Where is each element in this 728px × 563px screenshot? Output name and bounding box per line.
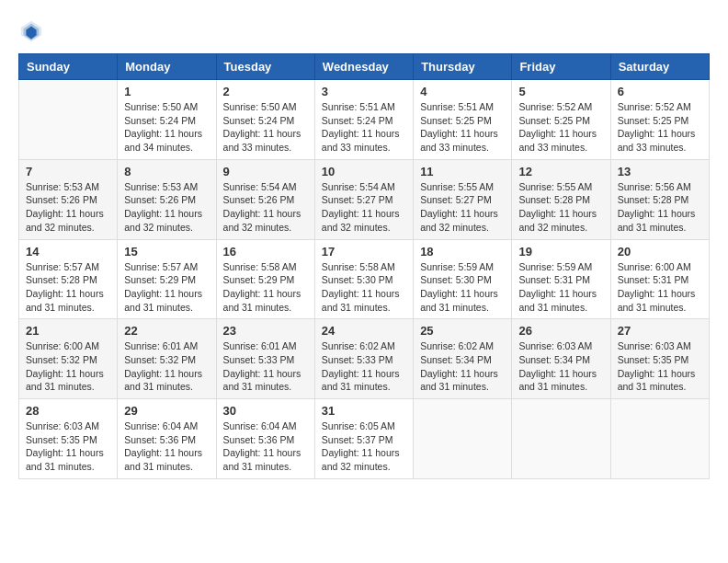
day-info: Sunrise: 6:05 AM Sunset: 5:37 PM Dayligh…	[322, 419, 406, 474]
day-number: 23	[223, 324, 308, 338]
calendar-cell	[512, 399, 610, 479]
calendar-cell: 8Sunrise: 5:53 AM Sunset: 5:26 PM Daylig…	[118, 159, 216, 239]
calendar-cell: 27Sunrise: 6:03 AM Sunset: 5:35 PM Dayli…	[610, 319, 709, 399]
day-info: Sunrise: 5:57 AM Sunset: 5:28 PM Dayligh…	[26, 260, 110, 315]
day-number: 5	[518, 85, 603, 98]
day-number: 2	[223, 85, 308, 98]
calendar-week-4: 21Sunrise: 6:00 AM Sunset: 5:32 PM Dayli…	[19, 319, 710, 399]
calendar-cell: 17Sunrise: 5:58 AM Sunset: 5:30 PM Dayli…	[314, 239, 413, 319]
day-info: Sunrise: 5:52 AM Sunset: 5:25 PM Dayligh…	[518, 100, 603, 155]
day-info: Sunrise: 5:54 AM Sunset: 5:27 PM Dayligh…	[322, 180, 406, 235]
calendar-cell: 26Sunrise: 6:03 AM Sunset: 5:34 PM Dayli…	[512, 319, 610, 399]
day-number: 26	[518, 324, 603, 338]
logo-icon	[18, 18, 44, 44]
day-info: Sunrise: 5:51 AM Sunset: 5:24 PM Dayligh…	[322, 100, 406, 155]
day-number: 21	[26, 324, 110, 338]
day-info: Sunrise: 6:00 AM Sunset: 5:32 PM Dayligh…	[26, 339, 110, 394]
calendar-week-3: 14Sunrise: 5:57 AM Sunset: 5:28 PM Dayli…	[19, 239, 710, 319]
calendar-week-5: 28Sunrise: 6:03 AM Sunset: 5:35 PM Dayli…	[19, 399, 710, 479]
day-info: Sunrise: 5:51 AM Sunset: 5:25 PM Dayligh…	[420, 100, 505, 155]
calendar-cell: 5Sunrise: 5:52 AM Sunset: 5:25 PM Daylig…	[512, 80, 610, 160]
day-info: Sunrise: 6:03 AM Sunset: 5:35 PM Dayligh…	[618, 339, 702, 394]
day-number: 24	[322, 324, 406, 338]
header-saturday: Saturday	[610, 54, 709, 80]
calendar-cell: 16Sunrise: 5:58 AM Sunset: 5:29 PM Dayli…	[216, 239, 314, 319]
day-info: Sunrise: 5:55 AM Sunset: 5:27 PM Dayligh…	[420, 180, 505, 235]
calendar-cell: 31Sunrise: 6:05 AM Sunset: 5:37 PM Dayli…	[314, 399, 413, 479]
header-friday: Friday	[512, 54, 610, 80]
day-number: 18	[420, 245, 505, 259]
calendar-cell: 18Sunrise: 5:59 AM Sunset: 5:30 PM Dayli…	[414, 239, 512, 319]
day-number: 12	[518, 165, 603, 178]
header-sunday: Sunday	[19, 54, 118, 80]
day-number: 22	[124, 324, 209, 338]
day-info: Sunrise: 5:57 AM Sunset: 5:29 PM Dayligh…	[124, 260, 209, 315]
calendar-cell: 1Sunrise: 5:50 AM Sunset: 5:24 PM Daylig…	[118, 80, 216, 160]
day-number: 13	[618, 165, 702, 178]
day-info: Sunrise: 5:58 AM Sunset: 5:29 PM Dayligh…	[223, 260, 308, 315]
day-number: 1	[124, 85, 209, 98]
page-header	[18, 18, 710, 44]
calendar-cell: 24Sunrise: 6:02 AM Sunset: 5:33 PM Dayli…	[314, 319, 413, 399]
calendar-cell: 19Sunrise: 5:59 AM Sunset: 5:31 PM Dayli…	[512, 239, 610, 319]
day-number: 25	[420, 324, 505, 338]
day-info: Sunrise: 5:52 AM Sunset: 5:25 PM Dayligh…	[618, 100, 702, 155]
day-info: Sunrise: 5:50 AM Sunset: 5:24 PM Dayligh…	[124, 100, 209, 155]
day-info: Sunrise: 6:02 AM Sunset: 5:34 PM Dayligh…	[420, 339, 505, 394]
day-number: 14	[26, 245, 110, 259]
calendar-cell: 25Sunrise: 6:02 AM Sunset: 5:34 PM Dayli…	[414, 319, 512, 399]
day-number: 9	[223, 165, 308, 178]
day-info: Sunrise: 5:56 AM Sunset: 5:28 PM Dayligh…	[618, 180, 702, 235]
day-number: 4	[420, 85, 505, 98]
day-info: Sunrise: 5:53 AM Sunset: 5:26 PM Dayligh…	[26, 180, 110, 235]
calendar-cell: 15Sunrise: 5:57 AM Sunset: 5:29 PM Dayli…	[118, 239, 216, 319]
calendar-cell: 4Sunrise: 5:51 AM Sunset: 5:25 PM Daylig…	[414, 80, 512, 160]
calendar-cell: 7Sunrise: 5:53 AM Sunset: 5:26 PM Daylig…	[19, 159, 118, 239]
calendar-cell: 21Sunrise: 6:00 AM Sunset: 5:32 PM Dayli…	[19, 319, 118, 399]
day-number: 10	[322, 165, 406, 178]
day-info: Sunrise: 5:53 AM Sunset: 5:26 PM Dayligh…	[124, 180, 209, 235]
calendar-cell	[19, 80, 118, 160]
day-number: 20	[618, 245, 702, 259]
day-info: Sunrise: 5:55 AM Sunset: 5:28 PM Dayligh…	[518, 180, 603, 235]
calendar-week-2: 7Sunrise: 5:53 AM Sunset: 5:26 PM Daylig…	[19, 159, 710, 239]
day-number: 7	[26, 165, 110, 178]
logo	[18, 18, 48, 44]
day-info: Sunrise: 6:01 AM Sunset: 5:33 PM Dayligh…	[223, 339, 308, 394]
calendar-cell: 30Sunrise: 6:04 AM Sunset: 5:36 PM Dayli…	[216, 399, 314, 479]
header-monday: Monday	[118, 54, 216, 80]
header-tuesday: Tuesday	[216, 54, 314, 80]
day-number: 31	[322, 404, 406, 418]
day-info: Sunrise: 6:01 AM Sunset: 5:32 PM Dayligh…	[124, 339, 209, 394]
calendar-cell: 23Sunrise: 6:01 AM Sunset: 5:33 PM Dayli…	[216, 319, 314, 399]
calendar-cell: 3Sunrise: 5:51 AM Sunset: 5:24 PM Daylig…	[314, 80, 413, 160]
calendar-table: SundayMondayTuesdayWednesdayThursdayFrid…	[18, 53, 710, 479]
day-info: Sunrise: 6:04 AM Sunset: 5:36 PM Dayligh…	[223, 419, 308, 474]
day-number: 30	[223, 404, 308, 418]
calendar-cell: 20Sunrise: 6:00 AM Sunset: 5:31 PM Dayli…	[610, 239, 709, 319]
day-info: Sunrise: 6:03 AM Sunset: 5:34 PM Dayligh…	[518, 339, 603, 394]
day-info: Sunrise: 5:59 AM Sunset: 5:30 PM Dayligh…	[420, 260, 505, 315]
calendar-cell	[610, 399, 709, 479]
day-number: 27	[618, 324, 702, 338]
calendar-cell: 29Sunrise: 6:04 AM Sunset: 5:36 PM Dayli…	[118, 399, 216, 479]
day-number: 28	[26, 404, 110, 418]
calendar-cell: 9Sunrise: 5:54 AM Sunset: 5:26 PM Daylig…	[216, 159, 314, 239]
calendar-cell: 14Sunrise: 5:57 AM Sunset: 5:28 PM Dayli…	[19, 239, 118, 319]
day-info: Sunrise: 6:03 AM Sunset: 5:35 PM Dayligh…	[26, 419, 110, 474]
day-number: 29	[124, 404, 209, 418]
calendar-cell: 22Sunrise: 6:01 AM Sunset: 5:32 PM Dayli…	[118, 319, 216, 399]
day-number: 11	[420, 165, 505, 178]
day-number: 19	[518, 245, 603, 259]
calendar-cell: 13Sunrise: 5:56 AM Sunset: 5:28 PM Dayli…	[610, 159, 709, 239]
calendar-cell: 28Sunrise: 6:03 AM Sunset: 5:35 PM Dayli…	[19, 399, 118, 479]
day-info: Sunrise: 6:02 AM Sunset: 5:33 PM Dayligh…	[322, 339, 406, 394]
header-thursday: Thursday	[414, 54, 512, 80]
day-info: Sunrise: 6:00 AM Sunset: 5:31 PM Dayligh…	[618, 260, 702, 315]
calendar-cell: 6Sunrise: 5:52 AM Sunset: 5:25 PM Daylig…	[610, 80, 709, 160]
day-number: 6	[618, 85, 702, 98]
day-info: Sunrise: 5:54 AM Sunset: 5:26 PM Dayligh…	[223, 180, 308, 235]
day-info: Sunrise: 6:04 AM Sunset: 5:36 PM Dayligh…	[124, 419, 209, 474]
calendar-cell: 2Sunrise: 5:50 AM Sunset: 5:24 PM Daylig…	[216, 80, 314, 160]
day-number: 17	[322, 245, 406, 259]
